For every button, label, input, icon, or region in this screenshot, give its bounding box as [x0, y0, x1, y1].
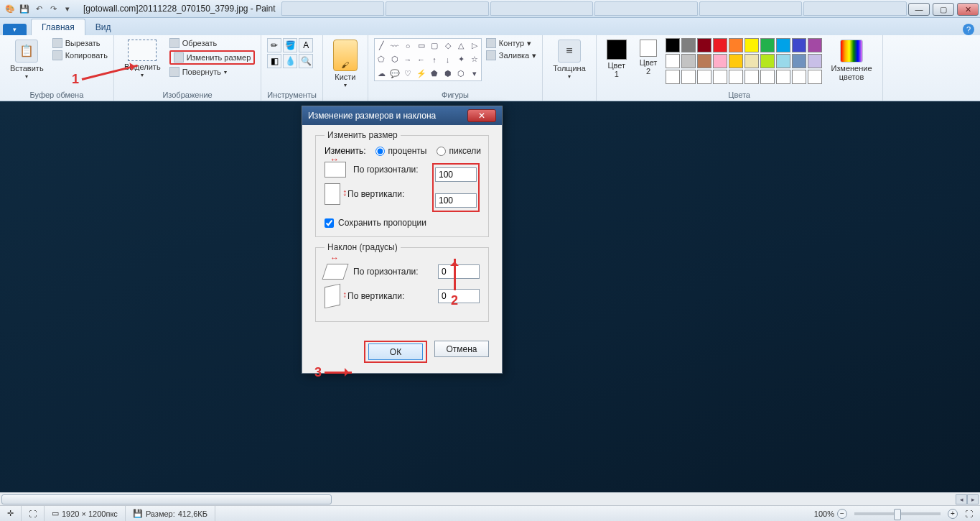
color-swatch[interactable]: [760, 70, 775, 84]
color-swatch[interactable]: [729, 54, 743, 68]
color-swatch[interactable]: [666, 38, 680, 52]
zoom-slider[interactable]: [854, 512, 941, 515]
annotation-2: 2: [451, 259, 458, 308]
color-swatch[interactable]: [681, 70, 696, 84]
color-swatch[interactable]: [760, 54, 775, 68]
picker-tool[interactable]: 💧: [283, 54, 297, 68]
color-swatch[interactable]: [745, 54, 759, 68]
file-menu-button[interactable]: [3, 24, 27, 35]
minimize-button[interactable]: —: [908, 3, 930, 16]
select-icon: [128, 40, 157, 61]
rotate-button[interactable]: Повернуть ▾: [169, 67, 256, 77]
color-swatch[interactable]: [776, 54, 790, 68]
eraser-tool[interactable]: ◧: [267, 54, 281, 68]
dialog-titlebar[interactable]: Изменение размеров и наклона ✕: [302, 106, 502, 125]
spectrum-icon: [840, 40, 863, 63]
qat-dropdown-icon[interactable]: ▾: [62, 3, 73, 14]
color-swatch[interactable]: [745, 38, 759, 52]
color-swatch[interactable]: [697, 54, 711, 68]
scroll-right-icon[interactable]: ▸: [967, 494, 979, 504]
copy-button[interactable]: Копировать: [52, 50, 108, 60]
horizontal-scrollbar[interactable]: ◂ ▸: [0, 492, 980, 505]
edit-colors-button[interactable]: Изменение цветов: [826, 38, 876, 83]
color2-button[interactable]: Цвет 2: [635, 38, 662, 77]
zoom-out-button[interactable]: −: [837, 509, 847, 519]
vertical-input[interactable]: [435, 193, 477, 208]
color-swatch[interactable]: [697, 70, 711, 84]
bg-tab: [281, 1, 385, 16]
tab-view[interactable]: Вид: [85, 19, 121, 35]
color-swatch[interactable]: [713, 70, 727, 84]
tab-home[interactable]: Главная: [31, 19, 85, 35]
color-swatch[interactable]: [666, 70, 680, 84]
color-swatch[interactable]: [808, 38, 822, 52]
outline-icon: [486, 38, 496, 48]
zoom-in-button[interactable]: +: [948, 509, 958, 519]
color-swatch[interactable]: [808, 54, 822, 68]
color-swatch[interactable]: [666, 54, 680, 68]
color-swatch[interactable]: [713, 54, 727, 68]
dialog-title: Изменение размеров и наклона: [308, 111, 436, 121]
redo-icon[interactable]: ↷: [47, 3, 59, 14]
close-button[interactable]: ✕: [957, 3, 979, 16]
color-swatch[interactable]: [729, 38, 743, 52]
crop-button[interactable]: Обрезать: [169, 38, 256, 48]
annotation-3: 3: [314, 365, 352, 380]
ok-button[interactable]: ОК: [368, 344, 423, 360]
fill-tool[interactable]: 🪣: [283, 38, 297, 52]
skew-vertical-input[interactable]: [438, 289, 480, 303]
group-clipboard: 📋 Вставить ▾ Вырезать Копировать Буфер о…: [0, 35, 114, 101]
color-swatch[interactable]: [776, 38, 790, 52]
dropdown-icon: ▾: [568, 74, 571, 80]
color-swatch[interactable]: [808, 70, 822, 84]
color-swatch[interactable]: [681, 38, 696, 52]
resize-skew-dialog: Изменение размеров и наклона ✕ Изменить …: [302, 106, 503, 374]
skew-horizontal-input[interactable]: [438, 264, 480, 279]
resize-button[interactable]: Изменить размер: [169, 50, 256, 65]
help-icon[interactable]: ?: [963, 24, 974, 35]
fill-button[interactable]: Заливка ▾: [486, 50, 536, 60]
shapes-gallery[interactable]: ╱〰○▭▢◇△▷ ⬠⬡→←↑↓✦☆ ☁💬♡⚡⬟⬢⬡▾: [374, 38, 482, 81]
percent-radio[interactable]: проценты: [375, 146, 426, 156]
scrollbar-thumb[interactable]: [1, 494, 332, 504]
fullscreen-icon[interactable]: ⛶: [965, 510, 973, 518]
color-swatch[interactable]: [681, 54, 696, 68]
thickness-button[interactable]: ≡ Толщина ▾: [549, 38, 590, 82]
color-swatch[interactable]: [760, 38, 775, 52]
scroll-left-icon[interactable]: ◂: [956, 494, 967, 504]
annotation-2-label: 2: [451, 293, 458, 308]
horizontal-input[interactable]: [435, 167, 477, 182]
group-thickness: ≡ Толщина ▾: [543, 35, 597, 101]
maximize-button[interactable]: ▢: [933, 3, 954, 16]
color-swatch[interactable]: [697, 38, 711, 52]
pixels-radio[interactable]: пиксели: [437, 146, 481, 156]
color1-button[interactable]: Цвет 1: [602, 38, 631, 80]
crop-label: Обрезать: [182, 39, 218, 47]
undo-icon[interactable]: ↶: [33, 3, 45, 14]
color-swatch[interactable]: [745, 70, 759, 84]
copy-label: Копировать: [65, 51, 108, 60]
dialog-close-button[interactable]: ✕: [467, 109, 496, 122]
keep-ratio-checkbox[interactable]: [325, 218, 334, 228]
color-palette[interactable]: [666, 38, 822, 84]
outline-button[interactable]: Контур ▾: [486, 38, 536, 48]
color-swatch[interactable]: [713, 38, 727, 52]
save-icon[interactable]: 💾: [19, 3, 30, 14]
color-swatch[interactable]: [729, 70, 743, 84]
pixels-radio-input[interactable]: [437, 147, 446, 156]
text-tool[interactable]: A: [299, 38, 313, 52]
cancel-button[interactable]: Отмена: [434, 341, 489, 357]
cut-label: Вырезать: [65, 39, 101, 47]
brush-button[interactable]: 🖌 Кисти ▾: [329, 38, 362, 91]
percent-radio-input[interactable]: [375, 147, 385, 156]
color-swatch[interactable]: [792, 70, 806, 84]
percent-label: проценты: [388, 146, 426, 156]
cut-button[interactable]: Вырезать: [52, 38, 108, 48]
color-swatch[interactable]: [776, 70, 790, 84]
color-swatch[interactable]: [792, 38, 806, 52]
pencil-tool[interactable]: ✏: [267, 38, 281, 52]
color-swatch[interactable]: [792, 54, 806, 68]
zoom-tool[interactable]: 🔍: [299, 54, 313, 68]
paste-button[interactable]: 📋 Вставить ▾: [6, 38, 48, 82]
skew-vert-label: По вертикали:: [347, 291, 431, 301]
